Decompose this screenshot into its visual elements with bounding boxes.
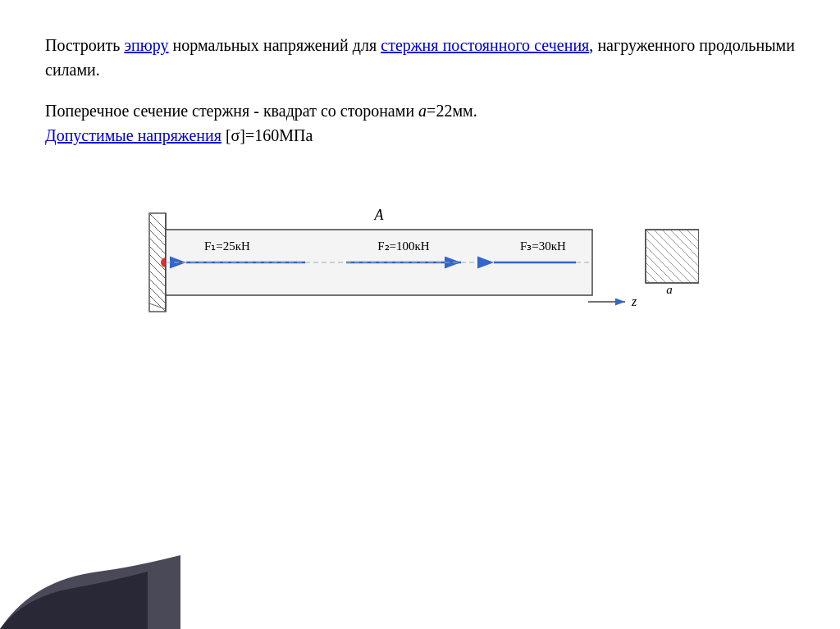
z-axis-label: z [631,294,637,308]
label-a: A [374,207,385,223]
text-22mm: =22мм. [427,102,477,120]
svg-line-2 [149,221,166,238]
text-normal-stress: нормальных напряжений для [168,36,381,54]
link-epyuru[interactable]: эпюру [125,36,169,54]
svg-line-4 [149,238,166,254]
text-построить: Построить [45,36,125,54]
cross-section-label-a-bottom: a [666,283,673,296]
mechanics-diagram: A F₁=25кН F₂=100кН F₃=30кН [141,172,699,336]
force-f3-label: F₃=30кН [520,239,566,253]
svg-line-12 [149,303,166,309]
svg-line-8 [149,271,166,287]
svg-line-3 [149,230,166,246]
force-f2-label: F₂=100кН [377,239,430,253]
diagram-area: A F₁=25кН F₂=100кН F₃=30кН [45,172,795,336]
link-allowable-stress[interactable]: Допустимые напряжения [45,126,221,144]
italic-a: а [418,102,427,120]
text-sigma: [σ]=160МПа [221,126,313,144]
force-f1-label: F₁=25кН [204,239,250,253]
svg-line-9 [149,279,166,295]
svg-line-10 [149,287,166,303]
corner-decoration [0,555,180,629]
svg-line-1 [149,213,166,230]
text-cross-section: Поперечное сечение стержня - квадрат со … [45,102,418,120]
paragraph-1: Построить эпюру нормальных напряжений дл… [45,33,795,82]
svg-line-11 [149,295,166,312]
link-sterzhnya[interactable]: стержня постоянного сечения [381,36,589,54]
paragraph-2: Поперечное сечение стержня - квадрат со … [45,98,795,148]
